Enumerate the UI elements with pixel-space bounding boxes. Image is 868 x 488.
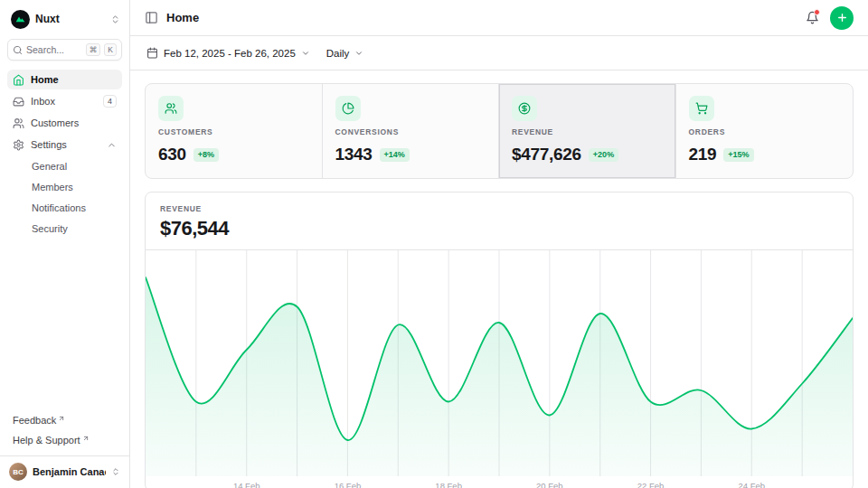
plus-icon — [836, 12, 848, 23]
stat-change-badge: +20% — [589, 148, 618, 162]
sidebar-item-label: Settings — [31, 139, 67, 150]
app-window: Nuxt Search... ⌘ K Home — [0, 0, 868, 488]
search-icon — [13, 45, 23, 55]
chart-title: REVENUE — [160, 204, 838, 213]
page-header: Home — [130, 0, 868, 36]
sidebar-spacer — [7, 238, 122, 410]
x-tick-label: 14 Feb — [233, 481, 260, 488]
stat-label: REVENUE — [512, 127, 663, 136]
workspace-switcher[interactable]: Nuxt — [7, 7, 122, 31]
sidebar-subitem-notifications[interactable]: Notifications — [7, 198, 122, 217]
sidebar-item-feedback[interactable]: Feedback — [7, 410, 122, 430]
stat-card-orders[interactable]: ORDERS 219 +15% — [676, 84, 854, 178]
x-tick-label: 16 Feb — [335, 481, 362, 488]
x-tick-label: 24 Feb — [738, 481, 765, 488]
sidebar-item-label: Customers — [31, 117, 79, 128]
home-icon — [13, 74, 24, 86]
users-icon — [13, 117, 24, 129]
stat-change-badge: +15% — [723, 148, 753, 162]
date-range-picker[interactable]: Feb 12, 2025 - Feb 26, 2025 — [145, 43, 312, 62]
x-tick-label: 18 Feb — [435, 481, 462, 488]
calendar-icon — [146, 47, 158, 59]
stat-label: CONVERSIONS — [335, 127, 486, 136]
x-tick-label: 22 Feb — [637, 481, 665, 488]
revenue-chart-card: REVENUE $76,544 — [145, 192, 854, 488]
period-label: Daily — [326, 48, 350, 59]
arrow-up-right-icon — [82, 435, 90, 442]
period-select[interactable]: Daily — [325, 44, 366, 62]
kbd-cmd: ⌘ — [86, 43, 101, 57]
panel-left-icon[interactable] — [145, 11, 158, 24]
chart-header: REVENUE $76,544 — [146, 192, 853, 250]
pie-chart-icon — [335, 96, 361, 121]
notification-dot — [814, 9, 820, 15]
dollar-circle-icon — [512, 96, 537, 121]
search-placeholder: Search... — [26, 44, 82, 55]
chevron-down-icon — [301, 49, 310, 58]
sidebar-item-help-support[interactable]: Help & Support — [7, 430, 122, 450]
workspace-name: Nuxt — [35, 13, 105, 25]
nuxt-logo-icon — [11, 10, 30, 29]
chart-total-value: $76,544 — [160, 217, 838, 240]
inbox-count-badge: 4 — [103, 95, 117, 108]
chevron-down-icon — [354, 49, 363, 58]
sidebar-item-label: Home — [31, 74, 59, 85]
stat-card-customers[interactable]: CUSTOMERS 630 +8% — [146, 84, 323, 178]
sidebar-nav: Home Inbox 4 Customers Settings — [7, 70, 122, 238]
filters-toolbar: Feb 12, 2025 - Feb 26, 2025 Daily — [130, 36, 868, 70]
sidebar: Nuxt Search... ⌘ K Home — [0, 0, 130, 488]
chevron-up-icon — [107, 140, 117, 150]
stat-card-revenue[interactable]: REVENUE $477,626 +20% — [499, 84, 676, 178]
sidebar-item-inbox[interactable]: Inbox 4 — [7, 91, 122, 111]
gear-icon — [13, 139, 24, 151]
stat-label: ORDERS — [689, 127, 841, 136]
date-range-label: Feb 12, 2025 - Feb 26, 2025 — [164, 48, 296, 59]
stat-value: $477,626 — [512, 145, 581, 164]
revenue-chart[interactable] — [146, 250, 853, 476]
chevrons-up-down-icon — [111, 467, 120, 476]
x-tick-label: 20 Feb — [536, 481, 563, 488]
stat-value: 1343 — [335, 145, 373, 164]
footer-item-label: Feedback — [13, 415, 56, 426]
arrow-up-right-icon — [58, 415, 65, 422]
user-menu[interactable]: BC Benjamin Canac — [0, 455, 129, 483]
sidebar-subitem-members[interactable]: Members — [7, 177, 122, 196]
main-panel: Home Feb 12, 2025 - Feb 26, 2025 — [130, 0, 868, 488]
inbox-icon — [13, 96, 24, 108]
sidebar-item-customers[interactable]: Customers — [7, 113, 122, 133]
notifications-button[interactable] — [806, 11, 819, 24]
dashboard-content: CUSTOMERS 630 +8% CONVERSIONS 1343 +14% — [130, 70, 868, 488]
stat-value: 630 — [158, 145, 186, 164]
add-button[interactable] — [830, 6, 854, 30]
stat-value: 219 — [689, 145, 717, 164]
chart-x-axis: 14 Feb 16 Feb 18 Feb 20 Feb 22 Feb 24 Fe… — [146, 476, 853, 488]
cart-icon — [689, 96, 714, 121]
stats-row: CUSTOMERS 630 +8% CONVERSIONS 1343 +14% — [145, 83, 854, 179]
user-name: Benjamin Canac — [33, 466, 106, 477]
sidebar-item-home[interactable]: Home — [7, 70, 122, 89]
sidebar-subitem-general[interactable]: General — [7, 156, 122, 175]
stat-label: CUSTOMERS — [158, 127, 309, 136]
sidebar-subitem-security[interactable]: Security — [7, 219, 122, 238]
stat-change-badge: +8% — [193, 148, 219, 162]
chevrons-up-down-icon — [110, 14, 120, 24]
kbd-k: K — [104, 43, 117, 57]
sidebar-item-label: Inbox — [31, 96, 55, 107]
search-input[interactable]: Search... ⌘ K — [7, 39, 122, 61]
sidebar-item-settings[interactable]: Settings — [7, 135, 122, 155]
page-title: Home — [166, 11, 199, 24]
footer-item-label: Help & Support — [13, 435, 80, 446]
chart-area-wrap: 14 Feb 16 Feb 18 Feb 20 Feb 22 Feb 24 Fe… — [146, 250, 853, 488]
stat-change-badge: +14% — [380, 148, 410, 162]
avatar: BC — [9, 463, 27, 481]
users-icon — [158, 96, 184, 121]
stat-card-conversions[interactable]: CONVERSIONS 1343 +14% — [323, 84, 500, 178]
